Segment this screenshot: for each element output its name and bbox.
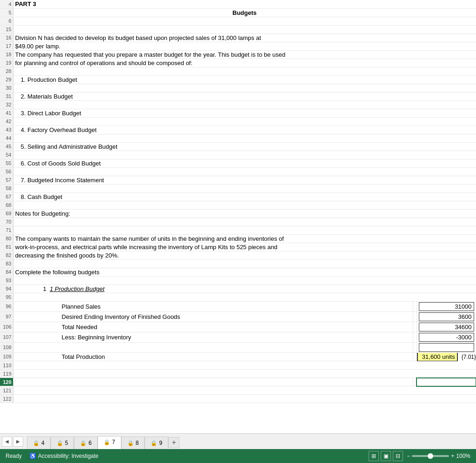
row-num: 94: [0, 284, 13, 293]
value-box[interactable]: -3000: [419, 333, 474, 342]
cell: 1. Production Budget: [13, 75, 476, 84]
sheet-tab-label: 9: [159, 440, 162, 446]
row-num: 16: [0, 33, 13, 42]
main-table: 4 PART 3 5 Budgets 6 15 16 Division N ha…: [0, 0, 476, 403]
sheet-tab-label: 4: [41, 440, 45, 446]
lock-icon: 🔒: [104, 439, 110, 445]
tab-next-arrow[interactable]: ▶: [13, 437, 23, 447]
row-num: 82: [0, 251, 13, 259]
value-cell[interactable]: 34600: [416, 322, 476, 332]
table-row: 30: [0, 84, 476, 92]
table-row: 16 Division N has decided to develop its…: [0, 33, 476, 42]
zoom-level: 100%: [456, 453, 470, 459]
cell: [13, 293, 476, 301]
grid-view-icon[interactable]: ⊞: [369, 451, 379, 461]
row-num: 55: [0, 159, 13, 167]
page-break-icon[interactable]: ⊟: [393, 451, 403, 461]
cell: [13, 184, 476, 192]
value-box[interactable]: 3600: [419, 312, 474, 321]
sheet-tab-label: 5: [65, 440, 68, 446]
cell: PART 3: [13, 0, 476, 8]
row-num: 6: [0, 17, 13, 25]
zoom-control: − + 100%: [407, 453, 470, 459]
tab-prev-arrow[interactable]: ◀: [2, 437, 12, 447]
row-num: 68: [0, 201, 13, 209]
cell: [13, 201, 476, 209]
table-row: 56: [0, 167, 476, 176]
row-num: 81: [0, 243, 13, 251]
row-num: 122: [0, 395, 13, 403]
cell: for planning and control of operations a…: [13, 59, 476, 67]
ready-status: Ready: [6, 453, 22, 459]
cell: [13, 259, 476, 268]
row-num: 107: [0, 332, 13, 342]
table-row: 32: [0, 100, 476, 109]
table-row: 5 Budgets: [0, 8, 476, 17]
value-cell[interactable]: 3600: [416, 311, 476, 322]
value-cell[interactable]: 31000: [416, 301, 476, 311]
accessibility-status[interactable]: ♿ Accessibility: Investigate: [29, 453, 99, 459]
table-row: 109 Total Production 31,600 units {7.01}: [0, 352, 476, 361]
cell: $49.00 per lamp.: [13, 42, 476, 50]
accessibility-label: Accessibility: Investigate: [38, 453, 99, 459]
sheet-tabs: ◀ ▶ 🔒 4 🔒 5 🔒 6 🔒 7 🔒 8 🔒 9 +: [0, 433, 476, 449]
value-cell[interactable]: [416, 342, 476, 352]
row-num: 121: [0, 386, 13, 395]
row-num: 15: [0, 25, 13, 33]
table-row: 4 PART 3: [0, 0, 476, 8]
cell: Division N has decided to develop its bu…: [13, 33, 476, 42]
cell: [13, 117, 476, 126]
lock-icon: 🔒: [151, 440, 157, 446]
table-row: 57 7. Budgeted Income Statement: [0, 176, 476, 184]
table-row: 15: [0, 25, 476, 33]
zoom-minus[interactable]: −: [407, 453, 410, 459]
table-row: 28: [0, 67, 476, 75]
sheet-tab-4[interactable]: 🔒 4: [27, 437, 51, 450]
value-cell[interactable]: -3000: [416, 332, 476, 342]
status-bar-right: ⊞ ▣ ⊟ − + 100%: [369, 451, 470, 461]
spacer-cell: [413, 332, 416, 342]
sheet-tab-6[interactable]: 🔒 6: [74, 437, 98, 450]
row-num: 71: [0, 226, 13, 234]
sheet-tab-label: 6: [88, 440, 92, 446]
table-row: 93: [0, 276, 476, 284]
spacer-cell: [413, 352, 416, 361]
row-num: 110: [0, 361, 13, 370]
cell: [13, 370, 476, 378]
cell: [13, 134, 476, 142]
row-num: 69: [0, 209, 13, 218]
spacer-cell: [413, 342, 416, 352]
cell: [13, 167, 476, 176]
table-row: 55 6. Cost of Goods Sold Budget: [0, 159, 476, 167]
value-box[interactable]: 31000: [419, 302, 474, 311]
sheet-tab-label: 7: [112, 439, 115, 445]
spacer-cell: [413, 311, 416, 322]
cell: Complete the following budgets: [13, 268, 476, 276]
total-production-box[interactable]: 31,600 units: [417, 353, 458, 361]
sheet-tab-9[interactable]: 🔒 9: [145, 437, 168, 450]
row-num: 45: [0, 142, 13, 151]
table-row: 94 1 1 Production Budget: [0, 284, 476, 293]
status-bar: Ready ♿ Accessibility: Investigate ⊞ ▣ ⊟…: [0, 449, 476, 463]
row-num: 97: [0, 311, 13, 322]
table-row: 122: [0, 395, 476, 403]
add-sheet-button[interactable]: +: [168, 437, 179, 448]
row-num: 93: [0, 276, 13, 284]
note-label: {7.01}: [462, 354, 476, 360]
zoom-plus[interactable]: +: [451, 453, 454, 459]
sheet-tab-7[interactable]: 🔒 7: [98, 436, 121, 449]
cell: [13, 226, 476, 234]
cell: decreasing the finished goods by 20%.: [13, 251, 476, 259]
cell: [13, 17, 476, 25]
sheet-tab-5[interactable]: 🔒 5: [51, 437, 74, 450]
cell: [13, 386, 476, 395]
row-num: 4: [0, 0, 13, 8]
table-row: 96 Planned Sales 31000: [0, 301, 476, 311]
active-cell[interactable]: [416, 378, 476, 386]
sheet-tab-8[interactable]: 🔒 8: [121, 437, 145, 450]
page-view-icon[interactable]: ▣: [381, 451, 391, 461]
table-row: 120: [0, 378, 476, 386]
cell: 6. Cost of Goods Sold Budget: [13, 159, 476, 167]
value-box[interactable]: 34600: [419, 323, 474, 331]
zoom-slider[interactable]: [412, 455, 449, 457]
